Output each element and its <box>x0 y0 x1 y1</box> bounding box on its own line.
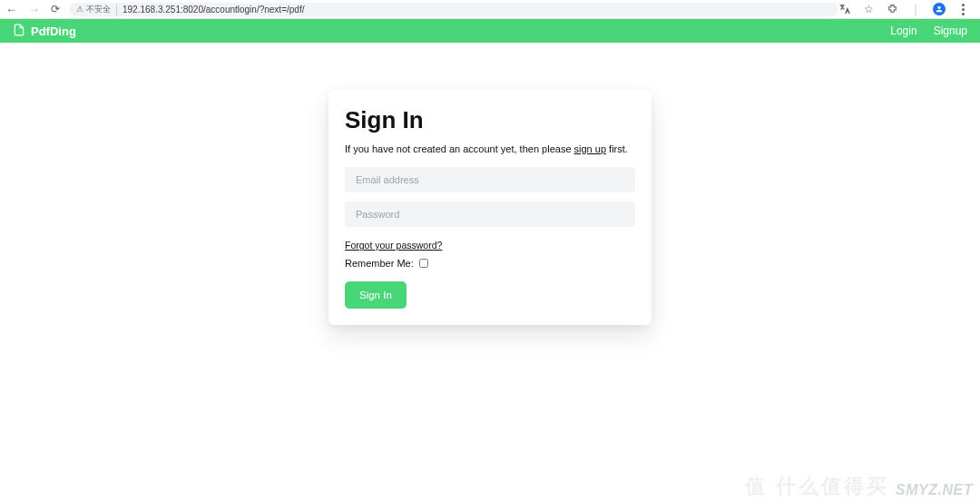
insecure-badge: ⚠ 不安全 <box>76 4 117 15</box>
document-icon <box>13 24 25 39</box>
extensions-icon[interactable] <box>886 3 898 15</box>
watermark-center: 值 什么值得买 <box>745 473 889 500</box>
watermark-right: SMYZ.NET <box>896 482 973 498</box>
login-link[interactable]: Login <box>890 25 916 37</box>
translate-icon[interactable] <box>838 3 851 15</box>
subtext-suffix: first. <box>606 143 628 154</box>
signup-inline-link[interactable]: sign up <box>574 143 606 154</box>
header-right-nav: Login Signup <box>890 25 967 37</box>
brand[interactable]: PdfDing <box>13 24 76 39</box>
profile-avatar-icon[interactable] <box>933 3 946 15</box>
browser-right-icons: ☆ | <box>838 3 975 15</box>
remember-me-label: Remember Me: <box>345 258 414 269</box>
signup-link[interactable]: Signup <box>934 25 967 37</box>
browser-menu-icon[interactable] <box>956 3 969 15</box>
browser-nav-controls: ← → ⟳ <box>5 3 60 16</box>
remember-me-row: Remember Me: <box>345 258 635 269</box>
reload-button[interactable]: ⟳ <box>51 3 60 15</box>
divider: | <box>909 3 922 15</box>
signin-subtext: If you have not created an account yet, … <box>345 143 635 154</box>
url-text: 192.168.3.251:8020/accountlogin/?next=/p… <box>122 5 304 15</box>
brand-name: PdfDing <box>31 25 76 38</box>
forward-button[interactable]: → <box>28 3 40 16</box>
email-field[interactable] <box>345 167 635 192</box>
svg-point-0 <box>937 6 940 9</box>
insecure-label: 不安全 <box>86 4 111 15</box>
bookmark-icon[interactable]: ☆ <box>862 3 875 15</box>
password-field[interactable] <box>345 202 635 227</box>
app-header: PdfDing Login Signup <box>0 19 980 43</box>
subtext-prefix: If you have not created an account yet, … <box>345 143 574 154</box>
page-title: Sign In <box>345 106 635 134</box>
page-content: Sign In If you have not created an accou… <box>0 43 980 325</box>
address-bar[interactable]: ⚠ 不安全 192.168.3.251:8020/accountlogin/?n… <box>69 3 838 16</box>
signin-card: Sign In If you have not created an accou… <box>328 90 652 325</box>
forgot-password-link[interactable]: Forgot your password? <box>345 240 442 251</box>
signin-button[interactable]: Sign In <box>345 281 407 309</box>
warning-icon: ⚠ <box>76 5 83 14</box>
back-button[interactable]: ← <box>5 3 17 16</box>
remember-me-checkbox[interactable] <box>419 259 428 268</box>
browser-chrome: ← → ⟳ ⚠ 不安全 192.168.3.251:8020/accountlo… <box>0 0 980 19</box>
